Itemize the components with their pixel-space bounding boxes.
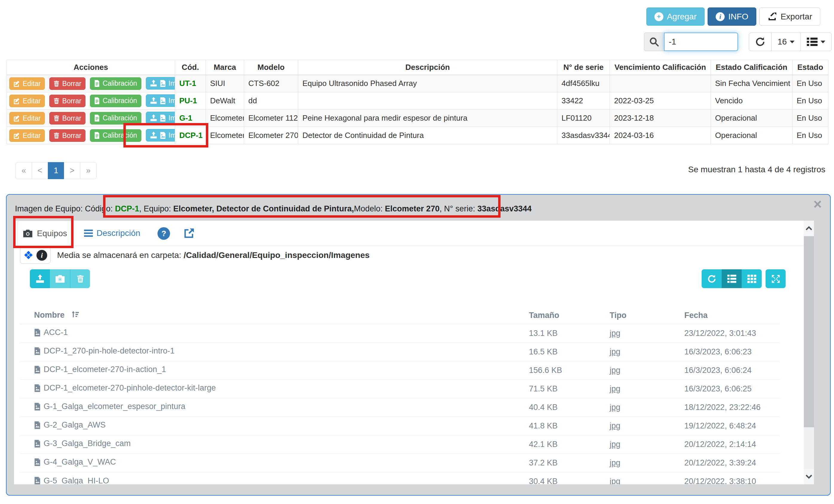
file-date: 20/12/2022, 3:38:10 bbox=[684, 477, 756, 484]
equipment-descripcion: Detector de Continuidad de Pintura bbox=[302, 131, 424, 140]
list-view-button[interactable] bbox=[722, 269, 742, 288]
file-link[interactable]: G-1_Galga_elcometer_espesor_pintura bbox=[34, 402, 185, 411]
imagen-button[interactable]: Imagen bbox=[146, 77, 175, 90]
col-header-cod: Cód. bbox=[175, 60, 206, 75]
agregar-button[interactable]: + Agregar bbox=[646, 7, 705, 26]
upload-button[interactable] bbox=[30, 269, 50, 288]
file-table-row: G-2_Galga_AWS 41.8 KB jpg 19/12/2022, 6:… bbox=[20, 416, 780, 435]
file-table-row: DCP-1_270-pin-hole-detector-intro-1 16.5… bbox=[20, 342, 780, 361]
file-link[interactable]: DCP-1_elcometer-270-pinhole-detector-kit… bbox=[34, 383, 216, 393]
image-modal: Imagen de Equipo: Código: DCP-1, Equipo:… bbox=[6, 194, 831, 496]
file-manager-panel: Equipos Descripción ? ❖ i Media se a bbox=[14, 221, 804, 484]
equipment-serie: 33asdasv3344 bbox=[562, 131, 610, 140]
calibracion-button[interactable]: Calibración bbox=[90, 95, 141, 107]
records-summary: Se muestran 1 hasta 4 de 4 registros bbox=[688, 165, 825, 174]
refresh-button[interactable] bbox=[702, 269, 722, 288]
editar-button[interactable]: Editar bbox=[9, 112, 45, 124]
document-icon bbox=[94, 115, 100, 121]
scrollbar-thumb[interactable] bbox=[804, 236, 814, 427]
file-link[interactable]: ACC-1 bbox=[34, 328, 68, 337]
col-header-marca: Marca bbox=[206, 60, 244, 75]
close-icon[interactable]: × bbox=[813, 197, 822, 211]
refresh-icon bbox=[707, 274, 716, 283]
list-view-icon bbox=[727, 275, 736, 283]
vertical-scrollbar[interactable] bbox=[804, 221, 814, 484]
trash-icon bbox=[53, 115, 60, 121]
file-table-row: G-4_Galga_V_WAC 37.2 KB jpg 20/12/2022, … bbox=[20, 454, 780, 472]
help-icon[interactable]: ? bbox=[157, 227, 170, 240]
borrar-button[interactable]: Borrar bbox=[49, 129, 85, 142]
file-link[interactable]: DCP-1_270-pin-hole-detector-intro-1 bbox=[34, 346, 175, 356]
file-date: 19/12/2022, 6:48:24 bbox=[684, 421, 756, 430]
file-type: jpg bbox=[610, 329, 620, 338]
calibracion-button[interactable]: Calibración bbox=[90, 77, 141, 90]
dropbox-icon[interactable]: ❖ bbox=[23, 250, 34, 261]
pagination-next[interactable]: > bbox=[64, 162, 80, 179]
grid-view-button[interactable] bbox=[742, 269, 762, 288]
fullscreen-icon bbox=[771, 274, 780, 283]
view-options-dropdown[interactable] bbox=[800, 32, 832, 51]
file-link[interactable]: DCP-1_elcometer-270-in-action_1 bbox=[34, 365, 166, 374]
search-input[interactable] bbox=[664, 32, 738, 51]
file-size: 71.5 KB bbox=[529, 384, 557, 393]
refresh-button[interactable] bbox=[749, 32, 771, 51]
file-link[interactable]: G-2_Galga_AWS bbox=[34, 420, 106, 430]
media-note-path: /Calidad/General/Equipo_inspeccion/Image… bbox=[183, 251, 369, 260]
file-type: jpg bbox=[610, 366, 620, 375]
file-type: jpg bbox=[610, 384, 620, 393]
file-table-row: G-5_Galga_HI-LO 30.4 KB jpg 20/12/2022, … bbox=[20, 472, 780, 484]
pagination-page-1[interactable]: 1 bbox=[48, 162, 64, 179]
file-link[interactable]: G-4_Galga_V_WAC bbox=[34, 457, 116, 467]
delete-button[interactable] bbox=[70, 269, 90, 288]
equipment-descripcion: Peine Hexagonal para medir espesor de pi… bbox=[302, 113, 467, 122]
exportar-button[interactable]: Exportar bbox=[759, 7, 820, 26]
editar-button[interactable]: Editar bbox=[9, 95, 45, 107]
equipment-estado: En Uso bbox=[797, 131, 822, 140]
image-file-icon bbox=[160, 115, 166, 121]
imagen-button[interactable]: Imagen bbox=[146, 94, 175, 107]
tab-descripcion[interactable]: Descripción bbox=[79, 221, 145, 246]
imagen-button[interactable]: Imagen bbox=[146, 112, 175, 124]
file-type: jpg bbox=[610, 458, 620, 467]
info-button[interactable]: i INFO bbox=[708, 7, 756, 26]
file-link[interactable]: G-5_Galga_HI-LO bbox=[34, 476, 109, 485]
pagination-last[interactable]: » bbox=[80, 162, 96, 179]
document-icon bbox=[94, 132, 100, 139]
editar-button[interactable]: Editar bbox=[9, 77, 45, 90]
camera-button[interactable] bbox=[50, 269, 70, 288]
scroll-down-arrow[interactable] bbox=[804, 469, 814, 484]
highlight-box-modal-title bbox=[103, 195, 501, 217]
borrar-button[interactable]: Borrar bbox=[49, 77, 85, 90]
edit-icon bbox=[14, 132, 20, 139]
chevron-up-icon bbox=[806, 226, 812, 230]
equipment-serie: 4df4565lku bbox=[562, 79, 599, 88]
image-file-icon bbox=[34, 440, 41, 448]
sort-icon[interactable] bbox=[71, 311, 79, 320]
equipment-marca: SIUI bbox=[210, 79, 225, 88]
col-header-estado: Estado bbox=[792, 60, 828, 75]
borrar-button[interactable]: Borrar bbox=[49, 112, 85, 124]
info-icon[interactable]: i bbox=[37, 250, 47, 261]
file-table-row: G-1_Galga_elcometer_espesor_pintura 40.4… bbox=[20, 398, 780, 416]
fullscreen-button[interactable] bbox=[766, 269, 786, 288]
external-link-icon[interactable] bbox=[184, 228, 195, 240]
tab-descripcion-label: Descripción bbox=[96, 228, 140, 238]
image-file-icon bbox=[34, 329, 41, 337]
borrar-button[interactable]: Borrar bbox=[49, 95, 85, 107]
scroll-up-arrow[interactable] bbox=[804, 221, 814, 236]
exportar-label: Exportar bbox=[781, 12, 812, 22]
file-col-fecha: Fecha bbox=[682, 307, 780, 324]
pagination-first[interactable]: « bbox=[16, 162, 32, 179]
file-type: jpg bbox=[610, 440, 620, 449]
pagination-prev[interactable]: < bbox=[32, 162, 48, 179]
file-date: 16/3/2023, 6:06:25 bbox=[684, 384, 751, 393]
page-size-dropdown[interactable]: 16 bbox=[771, 32, 801, 51]
document-icon bbox=[94, 97, 100, 104]
file-link[interactable]: G-3_Galga_Bridge_cam bbox=[34, 439, 131, 448]
search-group bbox=[644, 32, 738, 51]
edit-icon bbox=[14, 80, 20, 87]
calibracion-button[interactable]: Calibración bbox=[90, 112, 141, 124]
file-size: 16.5 KB bbox=[529, 347, 557, 356]
caret-down-icon bbox=[790, 41, 794, 43]
editar-button[interactable]: Editar bbox=[9, 129, 45, 142]
